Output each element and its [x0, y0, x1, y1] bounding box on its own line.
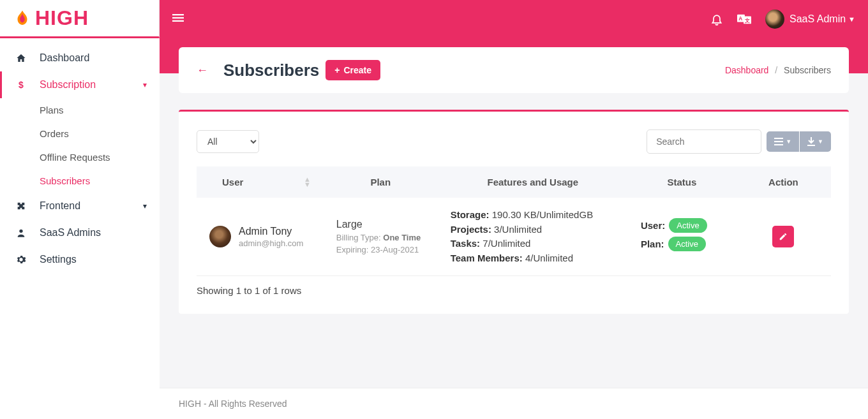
plus-icon: + — [334, 65, 340, 75]
logo-flame-icon — [13, 9, 32, 28]
svg-point-0 — [19, 230, 22, 233]
nav-subscription[interactable]: $ Subscription ▾ — [0, 71, 160, 98]
svg-rect-11 — [807, 145, 815, 146]
chevron-down-icon: ▼ — [818, 138, 823, 145]
menu-toggle-icon[interactable] — [172, 12, 184, 27]
language-icon[interactable]: A文 — [737, 13, 751, 25]
home-icon — [15, 53, 27, 63]
chevron-down-icon: ▼ — [786, 138, 791, 145]
chevron-down-icon: ▾ — [143, 80, 147, 89]
th-action[interactable]: Action — [736, 166, 831, 198]
nav-settings[interactable]: Settings — [0, 246, 160, 273]
nav-label: SaaS Admins — [40, 227, 101, 239]
row-avatar — [209, 226, 231, 247]
search-input[interactable] — [647, 129, 761, 154]
table-row: Admin Tony admin@high.com Large Billing … — [197, 198, 831, 276]
nav-label: Settings — [40, 254, 77, 265]
row-user-email: admin@high.com — [239, 239, 303, 248]
chevron-down-icon: ▾ — [143, 202, 147, 210]
user-menu[interactable]: SaaS Admin ▼ — [765, 10, 855, 29]
feature-tasks: Tasks: 7/Unlimited — [451, 237, 615, 251]
card: All ▼ ▼ — [179, 110, 849, 314]
subnav-plans[interactable]: Plans — [0, 98, 160, 122]
edit-button[interactable] — [772, 226, 794, 247]
status-badge: Active — [668, 237, 706, 251]
th-plan[interactable]: Plan — [324, 166, 438, 198]
nav-label: Dashboard — [40, 52, 89, 64]
row-user-name: Admin Tony — [239, 226, 303, 237]
svg-rect-8 — [774, 138, 783, 139]
nav: Dashboard $ Subscription ▾ Plans Orders … — [0, 38, 160, 273]
puzzle-icon — [15, 201, 27, 211]
sort-icon: ▲▼ — [304, 177, 311, 187]
feature-members: Team Members: 4/Unlimited — [451, 251, 615, 266]
create-button[interactable]: + Create — [326, 60, 380, 80]
logo-text: HIGH — [35, 6, 89, 30]
th-status[interactable]: Status — [628, 166, 736, 198]
logo[interactable]: HIGH — [0, 0, 160, 38]
dollar-icon: $ — [15, 80, 27, 90]
feature-projects: Projects: 3/Unlimited — [451, 223, 615, 237]
breadcrumb-sep: / — [775, 65, 777, 75]
breadcrumb-current: Subscribers — [784, 65, 831, 75]
subnav-orders[interactable]: Orders — [0, 122, 160, 145]
topbar: A文 SaaS Admin ▼ — [160, 0, 868, 38]
subnav-subscribers[interactable]: Subscribers — [0, 169, 160, 193]
nav-dashboard[interactable]: Dashboard — [0, 45, 160, 71]
list-icon — [774, 138, 783, 145]
svg-rect-9 — [774, 141, 783, 142]
plan-billing: Billing Type: One Time — [336, 233, 425, 242]
nav-frontend[interactable]: Frontend ▾ — [0, 193, 160, 219]
gear-icon — [15, 254, 27, 265]
svg-rect-3 — [172, 20, 184, 21]
download-icon — [807, 137, 815, 146]
breadcrumb: Dashboard / Subscribers — [725, 65, 831, 75]
plan-name: Large — [336, 219, 425, 230]
create-label: Create — [343, 65, 371, 75]
nav-label: Subscription — [40, 79, 96, 91]
toolbar: All ▼ ▼ — [197, 129, 831, 154]
svg-text:文: 文 — [744, 18, 750, 24]
users-icon — [15, 228, 27, 238]
chevron-down-icon: ▼ — [848, 15, 855, 23]
feature-storage: Storage: 190.30 KB/UnlimitedGB — [451, 208, 615, 223]
content: ← Subscribers + Create Dashboard / Subsc… — [160, 0, 868, 419]
pencil-icon — [779, 232, 788, 241]
status-badge: Active — [669, 218, 707, 233]
avatar — [765, 10, 784, 29]
svg-rect-10 — [774, 144, 783, 145]
plan-expiring: Expiring: 23-Aug-2021 — [336, 245, 425, 254]
subnav-offline[interactable]: Offline Requests — [0, 145, 160, 169]
nav-label: Frontend — [40, 200, 80, 212]
th-user[interactable]: User ▲▼ — [197, 166, 324, 198]
filter-select[interactable]: All — [197, 130, 259, 153]
status-plan: Plan: Active — [641, 237, 723, 251]
svg-rect-2 — [172, 17, 184, 18]
sidebar: HIGH Dashboard $ Subscription ▾ Plans Or… — [0, 0, 160, 419]
table-header-row: User ▲▼ Plan Features and Usage Status A… — [197, 166, 831, 198]
status-user: User: Active — [641, 218, 723, 233]
breadcrumb-home[interactable]: Dashboard — [725, 65, 769, 75]
pagination-info: Showing 1 to 1 of 1 rows — [197, 285, 831, 296]
nav-saas-admins[interactable]: SaaS Admins — [0, 219, 160, 246]
svg-text:A: A — [738, 16, 742, 22]
columns-button[interactable]: ▼ — [767, 131, 799, 152]
page-title: Subscribers — [223, 61, 319, 80]
footer-text: HIGH - All Rights Reserved — [179, 399, 287, 409]
bell-icon[interactable] — [710, 13, 723, 26]
footer: HIGH - All Rights Reserved — [160, 388, 868, 419]
subnav-subscription: Plans Orders Offline Requests Subscriber… — [0, 98, 160, 193]
export-button[interactable]: ▼ — [800, 131, 831, 152]
topbar-right: A文 SaaS Admin ▼ — [710, 10, 855, 29]
back-arrow-icon[interactable]: ← — [197, 64, 208, 77]
page-header: ← Subscribers + Create Dashboard / Subsc… — [179, 47, 849, 93]
th-features[interactable]: Features and Usage — [438, 166, 628, 198]
user-cell: Admin Tony admin@high.com — [209, 226, 311, 248]
subscribers-table: User ▲▼ Plan Features and Usage Status A… — [197, 166, 831, 276]
svg-rect-1 — [172, 14, 184, 15]
user-name: SaaS Admin — [789, 13, 846, 25]
